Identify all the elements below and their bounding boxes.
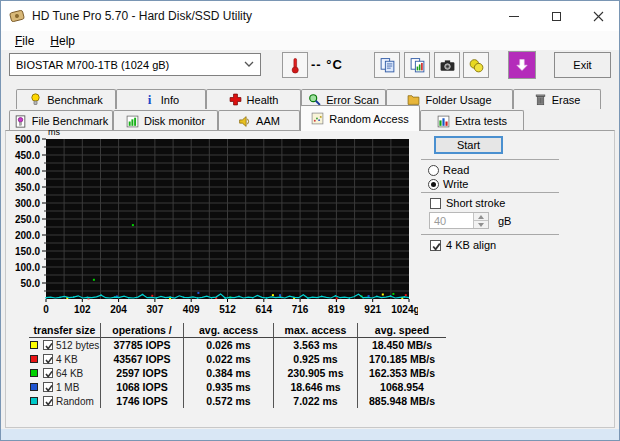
series-checkbox[interactable] <box>43 396 53 406</box>
column-header-max-access: max. access <box>274 323 358 338</box>
svg-text:350.0: 350.0 <box>15 182 40 193</box>
tab-random-access[interactable]: Random Access <box>300 105 420 131</box>
svg-text:450.0: 450.0 <box>15 150 40 161</box>
align-checkbox-box[interactable] <box>430 240 441 251</box>
radio-label: Read <box>443 164 469 176</box>
svg-text:409: 409 <box>183 304 200 315</box>
svg-text:716: 716 <box>292 304 309 315</box>
svg-text:0: 0 <box>43 304 49 315</box>
table-row-4-kb: 4 KB43567 IOPS0.022 ms0.925 ms170.185 MB… <box>29 352 446 366</box>
minimize-button[interactable] <box>493 1 535 31</box>
short-stroke-label: Short stroke <box>446 197 505 209</box>
minimize-icon <box>509 16 519 17</box>
exit-button[interactable]: Exit <box>554 52 611 78</box>
maximize-button[interactable] <box>535 1 577 31</box>
extra-tests-icon <box>437 115 450 128</box>
svg-text:100.0: 100.0 <box>15 262 40 273</box>
operations-cell: 37785 IOPS <box>101 338 184 352</box>
start-button[interactable]: Start <box>434 136 503 154</box>
separator <box>421 159 559 160</box>
toolbar: BIOSTAR M700-1TB (1024 gB) -- °C Exit <box>1 50 619 85</box>
separator <box>421 192 559 193</box>
copy-chart-icon <box>409 57 426 74</box>
series-checkbox[interactable] <box>43 382 53 392</box>
scatter-icon <box>311 112 324 125</box>
short-stroke-size-value[interactable]: 40 <box>430 213 473 228</box>
save-results-button[interactable] <box>463 52 489 78</box>
avg-access-cell: 0.022 ms <box>184 352 274 366</box>
transfer-size-cell: Random <box>29 394 101 408</box>
svg-text:307: 307 <box>147 304 164 315</box>
device-select-value: BIOSTAR M700-1TB (1024 gB) <box>16 59 169 71</box>
tab-health[interactable]: Health <box>206 89 301 109</box>
tab-info[interactable]: iInfo <box>116 89 206 109</box>
copy-text-button[interactable] <box>374 52 400 78</box>
short-stroke-size-spinner[interactable]: 40 <box>429 212 489 229</box>
avg-speed-cell: 170.185 MB/s <box>358 352 446 366</box>
series-checkbox[interactable] <box>43 368 53 378</box>
close-icon <box>593 11 604 22</box>
transfer-size-label: Random <box>56 396 94 407</box>
tab-benchmark[interactable]: Benchmark <box>16 89 116 109</box>
tab-erase[interactable]: Erase <box>513 89 601 109</box>
bulb-icon <box>29 93 42 106</box>
copy-image-button[interactable] <box>404 52 430 78</box>
transfer-size-label: 64 KB <box>56 368 83 379</box>
series-checkbox[interactable] <box>43 354 53 364</box>
camera-icon <box>439 57 456 74</box>
update-download-button[interactable] <box>508 51 536 79</box>
results-table: transfer sizeoperations /avg. accessmax.… <box>29 323 446 408</box>
menu-help[interactable]: Help <box>42 31 83 50</box>
maximize-icon <box>552 12 561 21</box>
tab-label: Benchmark <box>47 94 103 106</box>
transfer-size-label: 512 bytes <box>56 340 99 351</box>
short-stroke-checkbox-box[interactable] <box>430 198 441 209</box>
table-row-random: Random1746 IOPS0.572 ms7.022 ms885.948 M… <box>29 394 446 408</box>
max-access-cell: 0.925 ms <box>274 352 358 366</box>
tab-label: Extra tests <box>455 115 507 127</box>
spinner-up-button[interactable] <box>474 213 488 220</box>
avg-speed-cell: 18.450 MB/s <box>358 338 446 352</box>
short-stroke-checkbox[interactable]: Short stroke <box>430 197 505 209</box>
transfer-size-label: 4 KB <box>56 354 78 365</box>
radio-read-circle[interactable] <box>428 165 439 176</box>
radio-write-circle[interactable] <box>428 179 439 190</box>
operations-cell: 2597 IOPS <box>101 366 184 380</box>
close-button[interactable] <box>577 1 619 31</box>
separator <box>421 234 559 235</box>
spinner-down-button[interactable] <box>474 220 488 228</box>
copy-pages-icon <box>379 57 396 74</box>
transfer-size-cell: 64 KB <box>29 366 101 380</box>
max-access-cell: 3.563 ms <box>274 338 358 352</box>
table-row-64-kb: 64 KB2597 IOPS0.384 ms230.905 ms162.353 … <box>29 366 446 380</box>
transfer-size-cell: 1 MB <box>29 380 101 394</box>
avg-access-cell: 0.935 ms <box>184 380 274 394</box>
menu-bar: FileHelp <box>1 31 619 50</box>
thermometer-button[interactable] <box>282 52 308 78</box>
title-bar: HD Tune Pro 5.70 - Hard Disk/SSD Utility <box>1 1 619 31</box>
transfer-size-cell: 4 KB <box>29 352 101 366</box>
radio-label: Write <box>443 178 468 190</box>
thermometer-icon <box>288 57 302 74</box>
tab-extra-tests[interactable]: Extra tests <box>420 110 524 131</box>
column-header-avg-access: avg. access <box>184 323 274 338</box>
health-cross-icon <box>229 93 242 106</box>
column-header-operations-: operations / <box>101 323 184 338</box>
svg-text:50.0: 50.0 <box>21 278 41 289</box>
menu-file[interactable]: File <box>7 31 42 50</box>
series-color-swatch <box>30 397 38 405</box>
align-checkbox[interactable]: 4 KB align <box>430 239 496 251</box>
avg-speed-cell: 885.948 MB/s <box>358 394 446 408</box>
spinner-up-icon <box>478 215 484 219</box>
random-access-chart: ms500.0450.0400.0350.0300.0250.0200.0150… <box>3 126 418 318</box>
table-row-512-bytes: 512 bytes37785 IOPS0.026 ms3.563 ms18.45… <box>29 338 446 352</box>
svg-text:102: 102 <box>74 304 91 315</box>
avg-speed-cell: 1068.954 <box>358 380 446 394</box>
coins-icon <box>468 57 485 74</box>
series-checkbox[interactable] <box>43 340 53 350</box>
radio-write[interactable]: Write <box>428 178 469 190</box>
device-select[interactable]: BIOSTAR M700-1TB (1024 gB) <box>9 53 261 76</box>
radio-read[interactable]: Read <box>428 164 469 176</box>
screenshot-button[interactable] <box>434 52 460 78</box>
column-header-avg-speed: avg. speed <box>358 323 446 338</box>
